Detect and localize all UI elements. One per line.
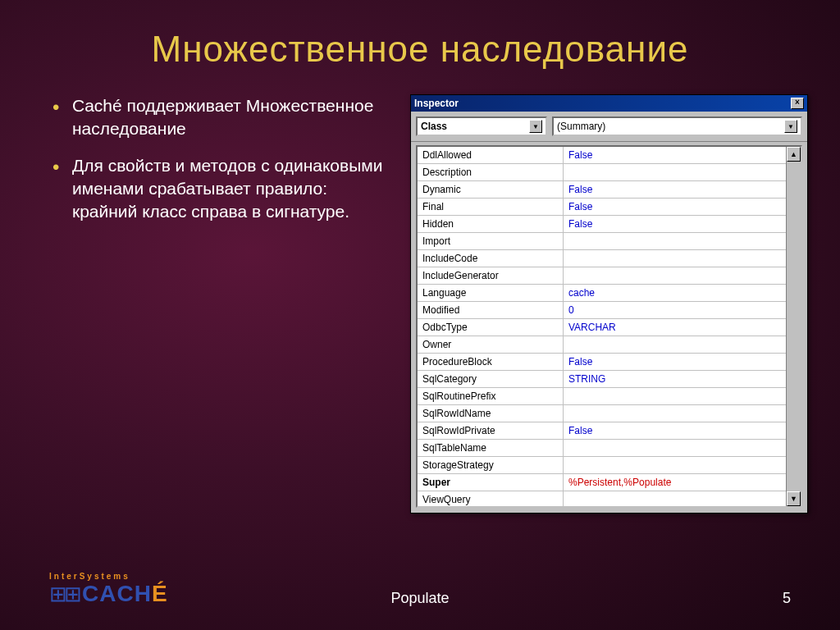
property-name: Owner <box>418 336 564 353</box>
property-value[interactable]: cache <box>564 285 786 301</box>
inspector-title-text: Inspector <box>414 98 459 109</box>
bullet-item: Для свойств и методов с одинаковыми имен… <box>49 154 394 224</box>
property-value[interactable]: 0 <box>564 302 786 318</box>
property-row[interactable]: Import <box>418 233 786 250</box>
property-value[interactable]: False <box>564 354 786 370</box>
property-value[interactable]: False <box>564 199 786 215</box>
property-name: OdbcType <box>418 319 564 336</box>
property-name: Dynamic <box>418 181 564 198</box>
chevron-down-icon[interactable] <box>529 120 542 133</box>
bullet-item: Caché поддерживает Множественное наследо… <box>49 94 394 141</box>
close-icon[interactable]: × <box>791 98 804 109</box>
inspector-titlebar[interactable]: Inspector × <box>411 95 807 112</box>
property-name: ProcedureBlock <box>418 354 564 370</box>
property-name: SqlTableName <box>418 440 564 456</box>
property-name: SqlRowIdName <box>418 405 564 422</box>
property-row[interactable]: FinalFalse <box>418 199 786 216</box>
scroll-down-icon[interactable]: ▼ <box>787 491 801 506</box>
property-value[interactable] <box>564 388 786 404</box>
property-value[interactable] <box>564 267 786 284</box>
logo-cube-icon: ⊞⊞ <box>49 582 79 607</box>
property-name: Hidden <box>418 216 564 232</box>
page-number: 5 <box>627 590 791 607</box>
property-row[interactable]: Description <box>418 164 786 181</box>
property-name: SqlCategory <box>418 371 564 387</box>
property-row[interactable]: SqlTableName <box>418 440 786 457</box>
property-row[interactable]: IncludeCode <box>418 250 786 267</box>
property-row[interactable]: ProcedureBlockFalse <box>418 354 786 371</box>
property-value[interactable] <box>564 405 786 422</box>
slide-footer: InterSystems ⊞⊞ CACHÉ Populate 5 <box>0 572 840 607</box>
property-value[interactable]: False <box>564 422 786 439</box>
property-row[interactable]: StorageStrategy <box>418 457 786 474</box>
property-row[interactable]: IncludeGenerator <box>418 267 786 285</box>
class-dropdown-label: Class <box>421 121 447 132</box>
property-name: IncludeGenerator <box>418 267 564 284</box>
scrollbar[interactable]: ▲ ▼ <box>786 147 801 506</box>
property-name: Super <box>418 474 564 491</box>
property-value[interactable]: %Persistent,%Populate <box>564 474 786 491</box>
inspector-window: Inspector × Class (Summary) DdlAllowedFa… <box>410 94 808 514</box>
property-row[interactable]: OdbcTypeVARCHAR <box>418 319 786 336</box>
logo-product-text: CACHÉ <box>82 581 168 607</box>
property-value[interactable]: False <box>564 216 786 232</box>
property-value[interactable] <box>564 336 786 353</box>
property-row[interactable]: DynamicFalse <box>418 181 786 199</box>
summary-dropdown[interactable]: (Summary) <box>552 116 802 136</box>
property-name: SqlRoutinePrefix <box>418 388 564 404</box>
property-name: StorageStrategy <box>418 457 564 473</box>
property-grid-wrap: DdlAllowedFalseDescriptionDynamicFalseFi… <box>411 142 807 513</box>
inspector-toolbar: Class (Summary) <box>411 112 807 142</box>
property-name: Import <box>418 233 564 249</box>
property-value[interactable] <box>564 164 786 180</box>
property-value[interactable]: False <box>564 147 786 163</box>
property-name: Final <box>418 199 564 215</box>
property-row[interactable]: Super%Persistent,%Populate <box>418 474 786 491</box>
property-row[interactable]: SqlRowIdName <box>418 405 786 422</box>
footer-center-text: Populate <box>213 590 627 607</box>
property-grid: DdlAllowedFalseDescriptionDynamicFalseFi… <box>416 145 802 508</box>
property-value[interactable] <box>564 457 786 473</box>
property-value[interactable] <box>564 233 786 249</box>
class-dropdown[interactable]: Class <box>416 116 547 136</box>
bullet-list: Caché поддерживает Множественное наследо… <box>49 94 394 514</box>
property-row[interactable]: Languagecache <box>418 285 786 302</box>
logo-brand-text: InterSystems <box>49 572 213 581</box>
property-row[interactable]: SqlRowIdPrivateFalse <box>418 422 786 440</box>
property-name: Language <box>418 285 564 301</box>
slide-title: Множественное наследование <box>0 0 840 70</box>
property-name: Description <box>418 164 564 180</box>
cache-logo: InterSystems ⊞⊞ CACHÉ <box>49 572 213 607</box>
property-row[interactable]: HiddenFalse <box>418 216 786 233</box>
property-row[interactable]: SqlRoutinePrefix <box>418 388 786 405</box>
property-value[interactable] <box>564 440 786 456</box>
property-name: SqlRowIdPrivate <box>418 422 564 439</box>
property-value[interactable]: False <box>564 181 786 198</box>
slide-content: Caché поддерживает Множественное наследо… <box>0 70 840 514</box>
property-value[interactable] <box>564 491 786 506</box>
scroll-up-icon[interactable]: ▲ <box>787 147 801 162</box>
property-name: IncludeCode <box>418 250 564 267</box>
property-row[interactable]: DdlAllowedFalse <box>418 147 786 164</box>
property-value[interactable]: VARCHAR <box>564 319 786 336</box>
property-name: DdlAllowed <box>418 147 564 163</box>
property-row[interactable]: Modified0 <box>418 302 786 319</box>
property-name: ViewQuery <box>418 491 564 506</box>
property-name: Modified <box>418 302 564 318</box>
property-value[interactable] <box>564 250 786 267</box>
property-row[interactable]: SqlCategorySTRING <box>418 371 786 388</box>
property-value[interactable]: STRING <box>564 371 786 387</box>
property-row[interactable]: ViewQuery <box>418 491 786 506</box>
summary-dropdown-label: (Summary) <box>557 121 605 132</box>
property-row[interactable]: Owner <box>418 336 786 354</box>
chevron-down-icon[interactable] <box>784 120 797 133</box>
